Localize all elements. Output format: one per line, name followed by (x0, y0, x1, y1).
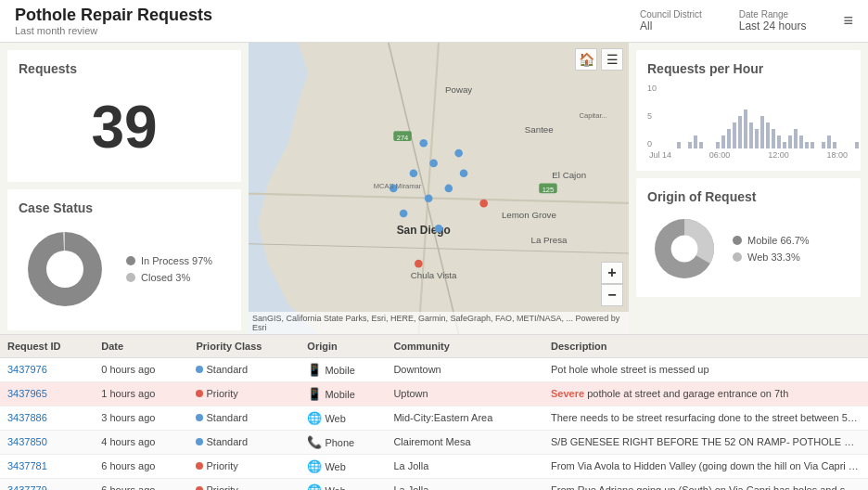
rph-chart-wrapper: 0 5 10 (647, 84, 849, 148)
bar (760, 116, 764, 148)
date-cell: 6 hours ago (94, 478, 188, 490)
community-cell: La Jolla (386, 454, 543, 478)
col-date: Date (94, 335, 188, 358)
svg-point-29 (419, 139, 428, 148)
origin-cell: 🌐 Web (300, 478, 386, 490)
svg-point-19 (415, 260, 423, 268)
mobile-dot (733, 236, 742, 245)
top-section: Requests 39 Case Status (0, 43, 868, 334)
legend-mobile: Mobile 66.7% (733, 235, 810, 246)
requests-label: Requests (19, 61, 230, 76)
svg-point-34 (671, 236, 698, 263)
priority-cell: Priority (188, 478, 300, 490)
svg-text:274: 274 (397, 134, 409, 142)
bar (766, 122, 770, 148)
priority-dot (196, 366, 203, 373)
in-process-label: In Process 97% (141, 255, 212, 266)
map-zoom-out-button[interactable]: − (601, 284, 623, 306)
case-status-card: Case Status In (7, 189, 241, 330)
council-district-filter[interactable]: Council District All (640, 9, 702, 32)
bar (794, 129, 798, 148)
description-cell: From Via Avola to Hidden Valley (going d… (543, 454, 868, 478)
header-controls: Council District All Date Range Last 24 … (640, 9, 853, 32)
community-cell: La Jolla (386, 478, 543, 490)
rph-bar-chart (664, 84, 849, 148)
table-row: 34377816 hours agoPriority🌐 WebLa JollaF… (0, 454, 868, 478)
priority-cell: Priority (188, 381, 300, 406)
description-cell: There needs to be street resurfacing don… (543, 406, 868, 430)
table-header-row: Request ID Date Priority Class Origin Co… (0, 335, 868, 358)
pie-chart-svg (19, 223, 111, 316)
bar (805, 142, 809, 148)
request-id-cell[interactable]: 3437781 (0, 454, 94, 478)
legend-in-process: In Process 97% (126, 255, 212, 266)
bar (727, 129, 731, 148)
svg-point-20 (435, 225, 443, 233)
svg-point-30 (454, 149, 463, 158)
rph-title: Requests per Hour (647, 61, 849, 76)
case-status-pie (19, 223, 111, 316)
svg-point-22 (425, 194, 433, 202)
svg-text:Poway: Poway (445, 84, 472, 95)
status-content: In Process 97% Closed 3% (19, 223, 230, 316)
x-label-1200: 12:00 (768, 150, 789, 160)
request-id-cell[interactable]: 3437779 (0, 478, 94, 490)
priority-dot (196, 390, 203, 397)
origin-legend: Mobile 66.7% Web 33.3% (733, 235, 810, 263)
request-id-cell[interactable]: 3437886 (0, 406, 94, 430)
origin-icon: 🌐 (307, 484, 322, 490)
bar (677, 142, 681, 148)
mobile-label: Mobile 66.7% (747, 235, 810, 246)
origin-pie-svg (647, 212, 721, 286)
table-row: 34379651 hours agoPriority📱 MobileUptown… (0, 381, 868, 406)
priority-cell: Standard (188, 430, 300, 454)
date-range-filter[interactable]: Date Range Last 24 hours (739, 9, 807, 32)
requests-table: Request ID Date Priority Class Origin Co… (0, 335, 868, 490)
origin-card: Origin of Request (636, 178, 861, 297)
priority-dot (196, 414, 203, 421)
header-title-group: Pothole Repair Requests Last month revie… (15, 6, 212, 36)
severe-word: Severe (551, 388, 584, 399)
bar (772, 129, 775, 148)
request-id-cell[interactable]: 3437965 (0, 381, 94, 406)
priority-cell: Standard (188, 406, 300, 430)
web-label: Web 33.3% (747, 251, 800, 263)
svg-marker-3 (258, 43, 629, 334)
request-id-cell[interactable]: 3437976 (0, 357, 94, 381)
bar (788, 135, 792, 148)
bar (777, 135, 781, 148)
date-cell: 0 hours ago (94, 357, 188, 381)
bar (699, 142, 703, 148)
bar (738, 116, 742, 148)
community-cell: Clairemont Mesa (386, 430, 543, 454)
priority-dot (196, 462, 203, 470)
bar (694, 135, 697, 148)
origin-pie (647, 212, 721, 286)
request-id-cell[interactable]: 3437850 (0, 430, 94, 454)
origin-content: Mobile 66.7% Web 33.3% (647, 212, 849, 286)
table-row: 34377796 hours agoPriority🌐 WebLa JollaF… (0, 478, 868, 490)
map-home-button[interactable]: 🏠 (575, 48, 597, 71)
col-description: Description (543, 335, 868, 358)
map-zoom-in-button[interactable]: + (601, 262, 623, 284)
bar (688, 142, 692, 148)
origin-cell: 🌐 Web (300, 454, 386, 478)
closed-label: Closed 3% (141, 272, 190, 283)
rph-y-labels: 0 5 10 (647, 84, 657, 148)
table-area: Request ID Date Priority Class Origin Co… (0, 334, 868, 490)
map-list-button[interactable]: ☰ (601, 48, 623, 71)
table-row: 34378504 hours agoStandard📞 PhoneClairem… (0, 430, 868, 454)
col-origin: Origin (300, 335, 386, 358)
origin-icon: 🌐 (307, 459, 322, 473)
origin-icon: 📱 (307, 363, 322, 377)
case-status-title: Case Status (19, 200, 230, 215)
bar (827, 135, 831, 148)
menu-button[interactable]: ≡ (843, 11, 853, 31)
col-community: Community (386, 335, 543, 358)
table-body: 34379760 hours agoStandard📱 MobileDownto… (0, 357, 868, 490)
map-panel[interactable]: 274 125 Poway Santee El Cajon Lemon Grov… (249, 43, 629, 334)
requests-count: 39 (19, 84, 230, 171)
svg-text:MCAS Miramar: MCAS Miramar (374, 182, 422, 190)
bar (744, 110, 747, 148)
bar (721, 135, 725, 148)
